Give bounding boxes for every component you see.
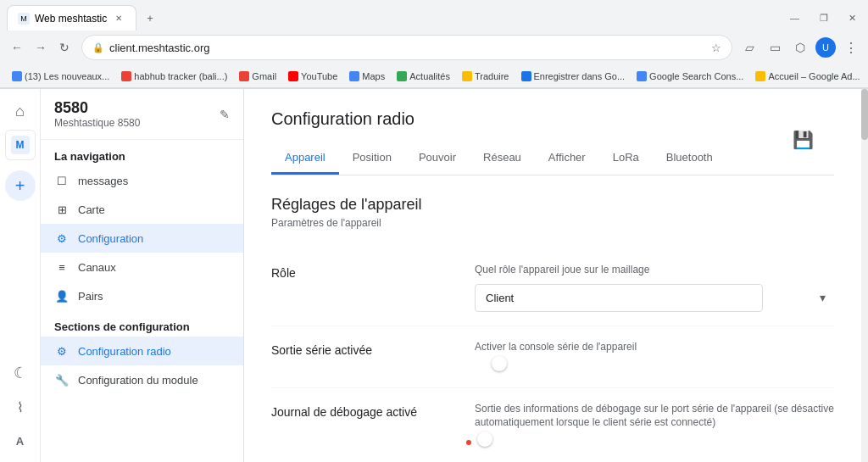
role-label: Rôle	[271, 263, 475, 280]
extensions-icon[interactable]: ⬡	[790, 37, 810, 58]
sidebar-item-config-radio[interactable]: ⚙ Configuration radio	[41, 337, 243, 365]
tab-close-button[interactable]: ✕	[112, 12, 125, 25]
title-bar: M Web meshtastic ✕ + — ❐ ✕	[0, 0, 868, 31]
sidebar-item-label: messages	[78, 175, 128, 187]
sidebar-item-configuration[interactable]: ⚙ Configuration	[41, 224, 243, 253]
config-module-icon: 🔧	[54, 372, 70, 387]
bookmark-label: (13) Les nouveaux...	[25, 71, 109, 81]
bookmark-item[interactable]: Maps	[344, 70, 390, 83]
debug-control: Sortie des informations de débogage sur …	[475, 402, 834, 450]
bm-favicon	[288, 71, 298, 81]
tab-pouvoir[interactable]: Pouvoir	[405, 142, 470, 175]
bookmark-label: habhub tracker (bali...)	[134, 71, 227, 81]
bm-favicon	[755, 71, 765, 81]
bookmark-item[interactable]: YouTube	[283, 70, 342, 83]
translate-icon[interactable]: A	[5, 426, 36, 456]
bookmark-item[interactable]: Gmail	[234, 70, 281, 83]
cast-icon[interactable]: ▱	[739, 37, 760, 58]
window-controls: — ❐ ✕	[785, 11, 861, 25]
browser-chrome: M Web meshtastic ✕ + — ❐ ✕ ← → ↻ 🔒 clien…	[0, 0, 868, 89]
serial-label: Sortie série activée	[271, 340, 475, 357]
moon-icon[interactable]: ☾	[5, 358, 36, 388]
toolbar-icons: ▱ ▭ ⬡ U ⋮	[739, 37, 861, 58]
sidebar-item-label: Configuration	[78, 232, 143, 245]
pairs-icon: 👤	[54, 288, 70, 303]
close-button[interactable]: ✕	[843, 11, 861, 25]
sidebar-item-label: Configuration radio	[78, 345, 171, 358]
form-row-serial: Sortie série activée Activer la console …	[271, 326, 834, 388]
bookmark-item[interactable]: Traduire	[457, 70, 515, 83]
sidebar-item-pairs[interactable]: 👤 Pairs	[41, 281, 243, 310]
sidebar-item-canaux[interactable]: ≡ Canaux	[41, 253, 243, 281]
url-bar[interactable]: 🔒 client.meshtastic.org ☆	[81, 35, 732, 60]
back-button[interactable]: ←	[7, 37, 27, 58]
sidebar-item-messages[interactable]: ☐ messages	[41, 166, 243, 195]
config-radio-icon: ⚙	[54, 343, 70, 359]
forward-button[interactable]: →	[31, 37, 51, 58]
bm-favicon	[12, 71, 22, 81]
antenna-icon[interactable]: ⌇	[5, 392, 36, 422]
bookmark-star-icon[interactable]: ☆	[711, 42, 721, 54]
role-select[interactable]: Client Router Router_Client Repeater Tra…	[475, 284, 763, 312]
sidebar-item-config-module[interactable]: 🔧 Configuration du module	[41, 365, 243, 394]
scrollbar[interactable]	[861, 89, 868, 462]
reload-button[interactable]: ↻	[54, 37, 75, 58]
tab-lora[interactable]: LoRa	[599, 142, 653, 175]
bookmark-item[interactable]: Accueil – Google Ad...	[750, 70, 865, 83]
bookmark-item[interactable]: Google Search Cons...	[632, 70, 748, 83]
tab-appareil[interactable]: Appareil	[271, 142, 339, 175]
role-control: Quel rôle l'appareil joue sur le maillag…	[475, 263, 834, 312]
edit-icon[interactable]: ✎	[220, 108, 230, 121]
debug-description: Sortie des informations de débogage sur …	[475, 402, 834, 431]
active-tab[interactable]: M Web meshtastic ✕	[7, 5, 136, 31]
carte-icon: ⊞	[54, 202, 70, 217]
minimize-button[interactable]: —	[785, 11, 804, 25]
maximize-button[interactable]: ❐	[815, 11, 833, 25]
tab-title: Web meshtastic	[35, 13, 107, 25]
screen-capture-icon[interactable]: ▭	[765, 37, 785, 58]
bookmark-label: Traduire	[475, 71, 509, 81]
bm-favicon	[239, 71, 249, 81]
sidebar-item-label: Configuration du module	[78, 374, 198, 387]
bookmark-item[interactable]: habhub tracker (bali...)	[116, 70, 232, 83]
new-tab-button[interactable]: +	[140, 8, 160, 28]
bookmark-item[interactable]: Enregistrer dans Go...	[516, 70, 631, 83]
page-title: Configuration radio	[271, 109, 834, 129]
bookmark-item[interactable]: (13) Les nouveaux...	[7, 70, 114, 83]
meshtastic-brand: M	[11, 136, 30, 154]
left-nav: 8580 Meshtastique 8580 ✎ La navigation ☐…	[41, 89, 244, 462]
home-icon[interactable]: ⌂	[5, 96, 36, 126]
save-icon[interactable]: 💾	[793, 130, 814, 150]
bookmark-item[interactable]: Actualités	[392, 70, 455, 83]
debug-label: Journal de débogage activé	[271, 402, 475, 419]
add-button[interactable]: +	[5, 170, 36, 201]
url-text: client.meshtastic.org	[109, 42, 706, 54]
form-row-debug: Journal de débogage activé Sortie des in…	[271, 388, 834, 462]
bookmark-label: Actualités	[409, 71, 450, 81]
serial-control: Activer la console série de l'appareil	[475, 340, 834, 374]
bookmark-label: YouTube	[301, 71, 337, 81]
device-info: 8580 Meshtastique 8580	[54, 99, 140, 129]
nav-section-label: La navigation	[41, 140, 243, 166]
bm-favicon	[121, 71, 131, 81]
bm-favicon	[637, 71, 647, 81]
sidebar-header: 8580 Meshtastique 8580 ✎	[41, 89, 243, 140]
sidebar-item-label: Carte	[78, 203, 105, 216]
sidebar-item-label: Pairs	[78, 290, 103, 303]
bm-favicon	[521, 71, 531, 81]
icon-rail: ⌂ M + ☾ ⌇ A	[0, 89, 41, 462]
meshtastic-logo-icon[interactable]: M	[5, 130, 36, 160]
scrollbar-thumb[interactable]	[861, 89, 868, 140]
tab-strip: M Web meshtastic ✕ +	[7, 5, 160, 31]
address-bar: ← → ↻ 🔒 client.meshtastic.org ☆ ▱ ▭ ⬡ U …	[0, 31, 868, 64]
tab-afficher[interactable]: Afficher	[535, 142, 599, 175]
section-title: Réglages de l'appareil	[271, 196, 834, 214]
tab-bluetooth[interactable]: Bluetooth	[653, 142, 726, 175]
tab-position[interactable]: Position	[339, 142, 405, 175]
sidebar-item-carte[interactable]: ⊞ Carte	[41, 195, 243, 224]
canaux-icon: ≡	[54, 259, 70, 275]
profile-icon[interactable]: U	[815, 37, 836, 58]
sidebar-item-label: Canaux	[78, 261, 116, 274]
tab-reseau[interactable]: Réseau	[470, 142, 535, 175]
menu-icon[interactable]: ⋮	[841, 37, 861, 58]
